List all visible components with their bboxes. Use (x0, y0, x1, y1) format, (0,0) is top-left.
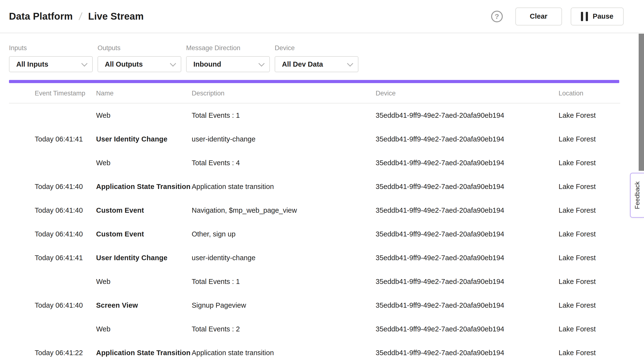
message-direction-filter: Message Direction Inbound (186, 44, 270, 72)
event-device-cell: 35eddb41-9ff9-49e2-7aed-20afa90eb194 (376, 135, 558, 143)
event-timestamp-cell: Today 06:41:40 (35, 206, 96, 214)
event-timestamp-cell: Today 06:41:22 (35, 349, 96, 357)
table-row[interactable]: Today 06:41:41 User Identity Change user… (0, 246, 644, 270)
event-description-cell: Total Events : 1 (192, 278, 376, 286)
table-row[interactable]: Web Total Events : 1 35eddb41-9ff9-49e2-… (0, 270, 644, 293)
table-row[interactable]: Today 06:41:22 Application State Transit… (0, 341, 644, 360)
event-name-cell: Web (96, 159, 192, 167)
vertical-scrollbar[interactable] (639, 34, 644, 171)
outputs-select-value: All Outputs (105, 60, 143, 68)
event-description-cell: Navigation, $mp_web_page_view (192, 206, 376, 214)
event-location-cell: Lake Forest (558, 111, 644, 119)
event-device-cell: 35eddb41-9ff9-49e2-7aed-20afa90eb194 (376, 349, 558, 357)
event-location-cell: Lake Forest (558, 230, 644, 238)
event-device-cell: 35eddb41-9ff9-49e2-7aed-20afa90eb194 (376, 206, 558, 214)
event-timestamp-cell: Today 06:41:41 (35, 254, 96, 262)
column-device: Device (376, 90, 558, 97)
table-header: Event Timestamp Name Description Device … (0, 83, 644, 103)
event-location-cell: Lake Forest (558, 349, 644, 357)
pause-button[interactable]: Pause (571, 7, 624, 25)
chevron-down-icon (170, 60, 176, 66)
live-stream-page: Data Platform / Live Stream ? Clear Paus… (0, 0, 644, 360)
column-event-timestamp: Event Timestamp (35, 90, 96, 97)
event-name-cell: Custom Event (96, 230, 192, 238)
event-device-cell: 35eddb41-9ff9-49e2-7aed-20afa90eb194 (376, 111, 558, 119)
clear-button-label: Clear (530, 12, 548, 20)
table-row[interactable]: Today 06:41:40 Custom Event Other, sign … (0, 222, 644, 246)
breadcrumb: Data Platform / Live Stream (9, 11, 144, 22)
filter-bar: Inputs All Inputs Outputs All Outputs Me… (0, 33, 644, 72)
device-select[interactable]: All Dev Data (275, 56, 358, 72)
column-description: Description (192, 90, 376, 97)
event-location-cell: Lake Forest (558, 135, 644, 143)
event-name-cell: User Identity Change (96, 254, 192, 262)
event-description-cell: user-identity-change (192, 254, 376, 262)
pause-button-label: Pause (593, 12, 614, 20)
help-icon[interactable]: ? (491, 11, 503, 22)
event-description-cell: Total Events : 1 (192, 111, 376, 119)
event-location-cell: Lake Forest (558, 159, 644, 167)
event-description-cell: Total Events : 2 (192, 325, 376, 333)
pause-icon (581, 12, 588, 21)
event-device-cell: 35eddb41-9ff9-49e2-7aed-20afa90eb194 (376, 183, 558, 191)
event-description-cell: Other, sign up (192, 230, 376, 238)
event-description-cell: user-identity-change (192, 135, 376, 143)
event-name-cell: Custom Event (96, 206, 192, 214)
event-table-body: Web Total Events : 1 35eddb41-9ff9-49e2-… (0, 103, 644, 360)
table-row[interactable]: Today 06:41:40 Screen View Signup Pagevi… (0, 293, 644, 317)
table-row[interactable]: Web Total Events : 2 35eddb41-9ff9-49e2-… (0, 317, 644, 341)
column-name: Name (96, 90, 192, 97)
device-filter: Device All Dev Data (275, 44, 358, 72)
outputs-select[interactable]: All Outputs (98, 56, 181, 72)
device-filter-label: Device (275, 44, 358, 52)
event-device-cell: 35eddb41-9ff9-49e2-7aed-20afa90eb194 (376, 230, 558, 238)
message-direction-filter-label: Message Direction (186, 44, 270, 52)
inputs-select-value: All Inputs (16, 60, 48, 68)
inputs-filter-label: Inputs (9, 44, 93, 52)
event-description-cell: Signup Pageview (192, 301, 376, 309)
table-row[interactable]: Web Total Events : 1 35eddb41-9ff9-49e2-… (0, 103, 644, 127)
event-timestamp-cell: Today 06:41:40 (35, 183, 96, 191)
event-name-cell: Web (96, 111, 192, 119)
event-name-cell: Application State Transition (96, 183, 192, 191)
event-device-cell: 35eddb41-9ff9-49e2-7aed-20afa90eb194 (376, 278, 558, 286)
inputs-filter: Inputs All Inputs (9, 44, 93, 72)
device-select-value: All Dev Data (282, 60, 323, 68)
event-description-cell: Total Events : 4 (192, 159, 376, 167)
breadcrumb-separator: / (78, 11, 82, 22)
top-bar: Data Platform / Live Stream ? Clear Paus… (0, 0, 644, 33)
event-name-cell: Screen View (96, 301, 192, 309)
table-row[interactable]: Web Total Events : 4 35eddb41-9ff9-49e2-… (0, 151, 644, 175)
message-direction-select[interactable]: Inbound (186, 56, 270, 72)
event-device-cell: 35eddb41-9ff9-49e2-7aed-20afa90eb194 (376, 325, 558, 333)
clear-button[interactable]: Clear (516, 7, 562, 25)
event-location-cell: Lake Forest (558, 301, 644, 309)
breadcrumb-section[interactable]: Data Platform (9, 11, 73, 22)
event-name-cell: Web (96, 325, 192, 333)
outputs-filter: Outputs All Outputs (98, 44, 181, 72)
event-location-cell: Lake Forest (558, 254, 644, 262)
chevron-down-icon (258, 60, 264, 66)
table-row[interactable]: Today 06:41:41 User Identity Change user… (0, 127, 644, 151)
event-description-cell: Application state transition (192, 349, 376, 357)
event-name-cell: User Identity Change (96, 135, 192, 143)
event-location-cell: Lake Forest (558, 325, 644, 333)
event-device-cell: 35eddb41-9ff9-49e2-7aed-20afa90eb194 (376, 159, 558, 167)
outputs-filter-label: Outputs (98, 44, 181, 52)
table-row[interactable]: Today 06:41:40 Application State Transit… (0, 175, 644, 198)
inputs-select[interactable]: All Inputs (9, 56, 93, 72)
event-device-cell: 35eddb41-9ff9-49e2-7aed-20afa90eb194 (376, 301, 558, 309)
feedback-tab-label: Feedback (634, 181, 641, 209)
event-timestamp-cell: Today 06:41:41 (35, 135, 96, 143)
column-location: Location (558, 90, 644, 97)
table-row[interactable]: Today 06:41:40 Custom Event Navigation, … (0, 198, 644, 222)
event-timestamp-cell: Today 06:41:40 (35, 230, 96, 238)
event-timestamp-cell: Today 06:41:40 (35, 301, 96, 309)
live-stream-progress-bar (9, 80, 619, 83)
chevron-down-icon (347, 60, 353, 66)
message-direction-select-value: Inbound (194, 60, 221, 68)
event-name-cell: Application State Transition (96, 349, 192, 357)
page-title: Live Stream (88, 11, 144, 22)
event-location-cell: Lake Forest (558, 278, 644, 286)
feedback-tab[interactable]: Feedback (630, 173, 644, 218)
